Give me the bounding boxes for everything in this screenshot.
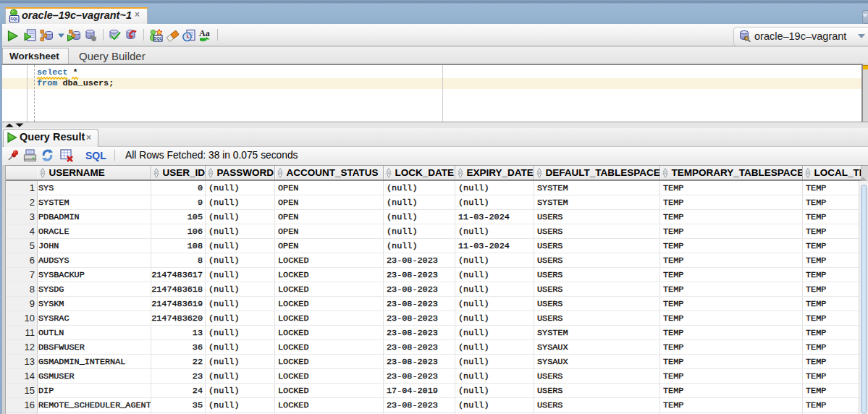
svg-text:Aa: Aa <box>199 29 210 38</box>
svg-text:SQL: SQL <box>10 17 18 21</box>
svg-text:SQL: SQL <box>154 36 163 41</box>
